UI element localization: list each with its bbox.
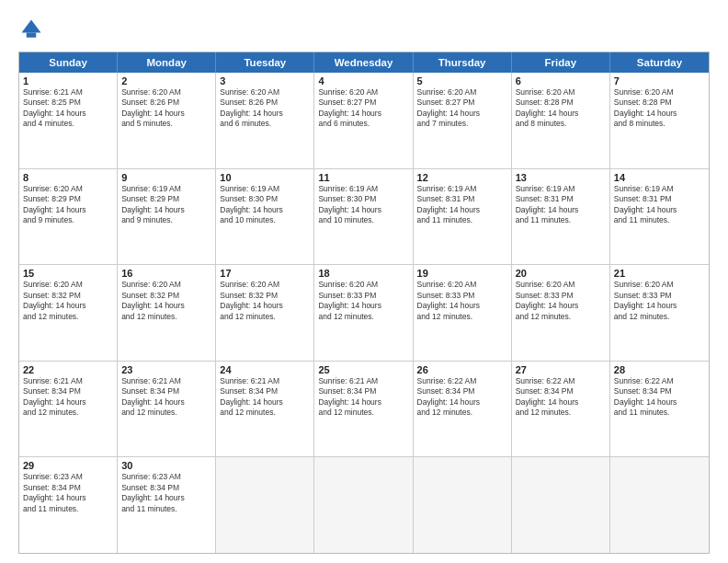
day-info: Sunrise: 6:20 AM Sunset: 8:28 PM Dayligh…: [614, 87, 705, 130]
day-info: Sunrise: 6:22 AM Sunset: 8:34 PM Dayligh…: [614, 376, 705, 419]
calendar-header: SundayMondayTuesdayWednesdayThursdayFrid…: [19, 52, 709, 73]
cal-cell-day-20: 20Sunrise: 6:20 AM Sunset: 8:33 PM Dayli…: [512, 265, 610, 361]
day-number: 29: [23, 460, 113, 471]
cal-cell-day-9: 9Sunrise: 6:19 AM Sunset: 8:29 PM Daylig…: [118, 169, 216, 265]
day-number: 7: [614, 75, 705, 86]
day-number: 28: [614, 364, 705, 375]
day-number: 16: [121, 268, 211, 279]
cal-cell-day-12: 12Sunrise: 6:19 AM Sunset: 8:31 PM Dayli…: [414, 169, 512, 265]
calendar: SundayMondayTuesdayWednesdayThursdayFrid…: [18, 52, 710, 554]
cal-cell-day-6: 6Sunrise: 6:20 AM Sunset: 8:28 PM Daylig…: [512, 73, 610, 168]
cal-cell-empty: [414, 457, 512, 553]
day-info: Sunrise: 6:19 AM Sunset: 8:31 PM Dayligh…: [516, 184, 606, 226]
cal-cell-day-8: 8Sunrise: 6:20 AM Sunset: 8:29 PM Daylig…: [19, 169, 118, 265]
cal-cell-day-29: 29Sunrise: 6:23 AM Sunset: 8:34 PM Dayli…: [19, 457, 118, 553]
day-info: Sunrise: 6:19 AM Sunset: 8:29 PM Dayligh…: [121, 184, 211, 226]
cal-cell-day-30: 30Sunrise: 6:23 AM Sunset: 8:34 PM Dayli…: [118, 457, 216, 553]
day-info: Sunrise: 6:23 AM Sunset: 8:34 PM Dayligh…: [121, 472, 211, 514]
cal-cell-day-7: 7Sunrise: 6:20 AM Sunset: 8:28 PM Daylig…: [610, 73, 709, 168]
logo: [18, 17, 48, 42]
cal-cell-day-16: 16Sunrise: 6:20 AM Sunset: 8:32 PM Dayli…: [118, 265, 216, 361]
calendar-body: 1Sunrise: 6:21 AM Sunset: 8:25 PM Daylig…: [19, 73, 709, 553]
cal-cell-empty: [512, 457, 610, 553]
day-info: Sunrise: 6:20 AM Sunset: 8:32 PM Dayligh…: [121, 280, 211, 322]
day-number: 11: [318, 172, 408, 183]
day-info: Sunrise: 6:19 AM Sunset: 8:31 PM Dayligh…: [417, 184, 507, 226]
day-number: 14: [614, 172, 705, 183]
day-info: Sunrise: 6:19 AM Sunset: 8:31 PM Dayligh…: [614, 184, 705, 226]
day-number: 4: [318, 75, 408, 86]
cal-cell-day-19: 19Sunrise: 6:20 AM Sunset: 8:33 PM Dayli…: [414, 265, 512, 361]
day-number: 15: [23, 268, 113, 279]
day-info: Sunrise: 6:21 AM Sunset: 8:34 PM Dayligh…: [121, 376, 211, 419]
day-number: 5: [417, 75, 507, 86]
cal-row-0: 1Sunrise: 6:21 AM Sunset: 8:25 PM Daylig…: [19, 73, 709, 168]
day-info: Sunrise: 6:21 AM Sunset: 8:34 PM Dayligh…: [318, 376, 408, 419]
cal-cell-day-27: 27Sunrise: 6:22 AM Sunset: 8:34 PM Dayli…: [512, 362, 610, 457]
day-info: Sunrise: 6:22 AM Sunset: 8:34 PM Dayligh…: [417, 376, 507, 419]
cal-cell-day-24: 24Sunrise: 6:21 AM Sunset: 8:34 PM Dayli…: [216, 362, 314, 457]
day-number: 24: [220, 364, 310, 375]
cal-cell-empty: [314, 457, 413, 553]
day-number: 17: [220, 268, 310, 279]
day-number: 23: [121, 364, 211, 375]
day-info: Sunrise: 6:20 AM Sunset: 8:33 PM Dayligh…: [516, 280, 606, 322]
cal-row-4: 29Sunrise: 6:23 AM Sunset: 8:34 PM Dayli…: [19, 456, 709, 553]
day-number: 18: [318, 268, 408, 279]
day-info: Sunrise: 6:20 AM Sunset: 8:33 PM Dayligh…: [614, 280, 705, 322]
day-info: Sunrise: 6:20 AM Sunset: 8:29 PM Dayligh…: [23, 184, 113, 226]
day-number: 20: [516, 268, 606, 279]
cal-cell-day-3: 3Sunrise: 6:20 AM Sunset: 8:26 PM Daylig…: [216, 73, 314, 168]
cal-cell-day-14: 14Sunrise: 6:19 AM Sunset: 8:31 PM Dayli…: [610, 169, 709, 265]
cal-cell-empty: [216, 457, 314, 553]
cal-cell-day-10: 10Sunrise: 6:19 AM Sunset: 8:30 PM Dayli…: [216, 169, 314, 265]
day-number: 2: [121, 75, 211, 86]
cal-cell-day-22: 22Sunrise: 6:21 AM Sunset: 8:34 PM Dayli…: [19, 362, 118, 457]
svg-marker-0: [22, 20, 41, 33]
cal-cell-day-1: 1Sunrise: 6:21 AM Sunset: 8:25 PM Daylig…: [19, 73, 118, 168]
cal-cell-day-26: 26Sunrise: 6:22 AM Sunset: 8:34 PM Dayli…: [414, 362, 512, 457]
cal-cell-day-18: 18Sunrise: 6:20 AM Sunset: 8:33 PM Dayli…: [314, 265, 413, 361]
cal-cell-day-13: 13Sunrise: 6:19 AM Sunset: 8:31 PM Dayli…: [512, 169, 610, 265]
header-day-friday: Friday: [512, 52, 610, 73]
cal-cell-empty: [610, 457, 709, 553]
svg-rect-1: [27, 33, 37, 38]
cal-cell-day-25: 25Sunrise: 6:21 AM Sunset: 8:34 PM Dayli…: [314, 362, 413, 457]
day-info: Sunrise: 6:19 AM Sunset: 8:30 PM Dayligh…: [220, 184, 310, 226]
cal-row-2: 15Sunrise: 6:20 AM Sunset: 8:32 PM Dayli…: [19, 264, 709, 361]
day-number: 3: [220, 75, 310, 86]
cal-row-1: 8Sunrise: 6:20 AM Sunset: 8:29 PM Daylig…: [19, 168, 709, 265]
cal-cell-day-15: 15Sunrise: 6:20 AM Sunset: 8:32 PM Dayli…: [19, 265, 118, 361]
cal-row-3: 22Sunrise: 6:21 AM Sunset: 8:34 PM Dayli…: [19, 361, 709, 457]
cal-cell-day-23: 23Sunrise: 6:21 AM Sunset: 8:34 PM Dayli…: [118, 362, 216, 457]
day-number: 1: [23, 75, 113, 86]
cal-cell-day-2: 2Sunrise: 6:20 AM Sunset: 8:26 PM Daylig…: [118, 73, 216, 168]
day-info: Sunrise: 6:20 AM Sunset: 8:33 PM Dayligh…: [318, 280, 408, 322]
header: [18, 17, 710, 42]
day-info: Sunrise: 6:20 AM Sunset: 8:33 PM Dayligh…: [417, 280, 507, 322]
day-info: Sunrise: 6:20 AM Sunset: 8:26 PM Dayligh…: [121, 87, 211, 130]
day-info: Sunrise: 6:21 AM Sunset: 8:25 PM Dayligh…: [23, 87, 113, 130]
header-day-monday: Monday: [118, 52, 216, 73]
day-number: 13: [516, 172, 606, 183]
cal-cell-day-28: 28Sunrise: 6:22 AM Sunset: 8:34 PM Dayli…: [610, 362, 709, 457]
day-number: 21: [614, 268, 705, 279]
cal-cell-day-11: 11Sunrise: 6:19 AM Sunset: 8:30 PM Dayli…: [314, 169, 413, 265]
day-info: Sunrise: 6:21 AM Sunset: 8:34 PM Dayligh…: [23, 376, 113, 419]
day-info: Sunrise: 6:22 AM Sunset: 8:34 PM Dayligh…: [516, 376, 606, 419]
day-info: Sunrise: 6:20 AM Sunset: 8:26 PM Dayligh…: [220, 87, 310, 130]
day-number: 6: [516, 75, 606, 86]
header-day-saturday: Saturday: [610, 52, 709, 73]
day-number: 22: [23, 364, 113, 375]
header-day-tuesday: Tuesday: [216, 52, 314, 73]
day-info: Sunrise: 6:20 AM Sunset: 8:27 PM Dayligh…: [417, 87, 507, 130]
logo-icon: [18, 17, 44, 42]
day-info: Sunrise: 6:20 AM Sunset: 8:32 PM Dayligh…: [23, 280, 113, 322]
day-number: 12: [417, 172, 507, 183]
day-number: 30: [121, 460, 211, 471]
day-number: 26: [417, 364, 507, 375]
cal-cell-day-4: 4Sunrise: 6:20 AM Sunset: 8:27 PM Daylig…: [314, 73, 413, 168]
day-info: Sunrise: 6:20 AM Sunset: 8:28 PM Dayligh…: [516, 87, 606, 130]
day-info: Sunrise: 6:19 AM Sunset: 8:30 PM Dayligh…: [318, 184, 408, 226]
header-day-wednesday: Wednesday: [314, 52, 413, 73]
